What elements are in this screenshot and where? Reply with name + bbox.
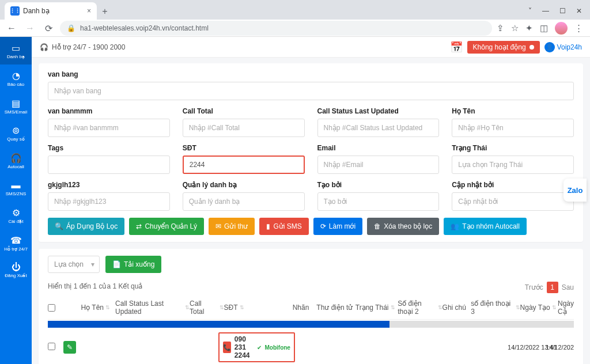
table-controls: Lựa chọn 📄Tải xuống bbox=[48, 256, 574, 273]
gkj-input[interactable] bbox=[48, 192, 170, 211]
zalo-float-button[interactable]: Zalo bbox=[563, 179, 587, 202]
sort-icon[interactable]: ⇅ bbox=[240, 305, 244, 310]
next-page[interactable]: Sau bbox=[562, 283, 574, 291]
edit-row-button[interactable]: ✎ bbox=[63, 341, 76, 354]
send-sms-button[interactable]: ▮Gửi SMS bbox=[259, 218, 308, 235]
ho-ten-input[interactable] bbox=[452, 119, 574, 137]
sdt-label: SĐT bbox=[183, 144, 305, 152]
favicon: ⋮⋮ bbox=[10, 6, 20, 16]
new-tab-button[interactable]: + bbox=[97, 3, 113, 20]
sidebar-item-quayso[interactable]: ⊚ Quay số bbox=[0, 119, 32, 147]
share-icon[interactable]: ⇪ bbox=[497, 23, 504, 33]
reload-icon[interactable]: ⟳ bbox=[41, 23, 55, 34]
transfer-icon: ⇄ bbox=[136, 222, 142, 230]
van-bang-input[interactable] bbox=[48, 82, 574, 100]
results-card: Lựa chọn 📄Tải xuống Hiển thị 1 đến 1 của… bbox=[39, 249, 583, 364]
sidebar-item-smsemail[interactable]: ▤ SMS/Email bbox=[0, 92, 32, 120]
status-badge[interactable]: Không hoạt động bbox=[467, 41, 540, 54]
sidebar-item-baocao[interactable]: ◔ Báo cáo bbox=[0, 65, 32, 92]
prev-page[interactable]: Trước bbox=[525, 283, 543, 291]
sidebar-item-danhba[interactable]: ▭ Danh bạ bbox=[0, 37, 32, 65]
page-number[interactable]: 1 bbox=[547, 282, 558, 293]
url-box[interactable]: 🔒 ha1-webtelesales.voip24h.vn/contact.ht… bbox=[60, 21, 492, 36]
browser-tab[interactable]: ⋮⋮ Danh bạ × bbox=[5, 2, 97, 20]
call-status-input[interactable] bbox=[317, 119, 440, 137]
support-icon: ☎ bbox=[1, 235, 31, 246]
sidebar-item-dangxuat[interactable]: ⏻ Đăng Xuất bbox=[0, 256, 32, 283]
sort-icon[interactable]: ⇅ bbox=[438, 305, 442, 310]
tags-input[interactable] bbox=[48, 156, 170, 174]
gkj-label: gkjglh123 bbox=[48, 181, 170, 189]
sort-icon[interactable]: ⇅ bbox=[105, 305, 110, 310]
sort-icon[interactable]: ⇅ bbox=[516, 305, 520, 310]
taoboi-input[interactable] bbox=[317, 192, 440, 211]
trang-thai-input[interactable] bbox=[452, 156, 574, 174]
results-info-top: Hiển thị 1 đến 1 của 1 Kết quả bbox=[48, 282, 142, 290]
menu-icon[interactable]: ⋮ bbox=[574, 23, 583, 33]
extensions-icon[interactable]: ✦ bbox=[525, 23, 533, 33]
option-select[interactable]: Lựa chọn bbox=[48, 256, 100, 273]
sdt-input[interactable] bbox=[183, 156, 305, 174]
contacts-icon: ▭ bbox=[1, 43, 31, 54]
close-window-icon[interactable]: ✕ bbox=[576, 7, 582, 15]
delete-filter-button[interactable]: 🗑Xóa theo bộ lọc bbox=[367, 218, 439, 235]
check-icon: ✔ bbox=[257, 344, 262, 351]
sort-icon[interactable]: ⇅ bbox=[185, 305, 190, 310]
table-row: ✎ 📞 090 231 2244 ✔ Mobifone bbox=[48, 328, 574, 364]
tab-bar: ⋮⋮ Danh bạ × + ˅ — ☐ ✕ bbox=[0, 0, 590, 20]
star-icon[interactable]: ☆ bbox=[511, 23, 519, 33]
sort-icon[interactable]: ⇅ bbox=[552, 305, 557, 310]
quanly-input[interactable] bbox=[183, 192, 305, 211]
forward-icon[interactable]: → bbox=[23, 23, 37, 33]
button-row: 🔍Áp Dụng Bộ Lọc ⇄Chuyển Quản Lý ✉Gửi thư… bbox=[48, 218, 574, 235]
send-mail-button[interactable]: ✉Gửi thư bbox=[209, 218, 255, 235]
refresh-button[interactable]: ⟳Làm mới bbox=[313, 218, 362, 235]
phone-cell[interactable]: 📞 090 231 2244 ✔ Mobifone bbox=[218, 332, 295, 362]
sidebar-item-caidat[interactable]: ⚙ Cài đặt bbox=[0, 202, 32, 229]
email-input[interactable] bbox=[317, 156, 440, 174]
user-chip[interactable]: 👤 Voip24h bbox=[544, 42, 582, 52]
select-all-checkbox[interactable] bbox=[48, 304, 55, 312]
sidebar-item-hotro[interactable]: ☎ Hỗ trợ 24/7 bbox=[0, 229, 32, 257]
group-icon: 👥 bbox=[451, 222, 459, 230]
back-icon[interactable]: ← bbox=[5, 23, 18, 33]
quanly-label: Quản lý danh bạ bbox=[183, 181, 305, 189]
sort-icon[interactable]: ⇅ bbox=[391, 305, 395, 310]
scroll-thumb[interactable] bbox=[48, 321, 389, 328]
app: ▭ Danh bạ ◔ Báo cáo ▤ SMS/Email ⊚ Quay s… bbox=[0, 37, 590, 364]
minimize-icon[interactable]: — bbox=[542, 7, 549, 15]
ngay-cap-value: 14/12/202 bbox=[546, 344, 574, 351]
sms-icon: ▤ bbox=[1, 98, 31, 109]
pagination-top: Trước 1 Sau bbox=[525, 282, 574, 293]
filter-card: van bang van banmmm Call Total Call Stat… bbox=[39, 63, 583, 242]
change-manager-button[interactable]: ⇄Chuyển Quản Lý bbox=[129, 218, 204, 235]
call-total-input[interactable] bbox=[183, 119, 305, 137]
sort-icon[interactable]: ⇅ bbox=[220, 305, 224, 310]
chevron-down-icon[interactable]: ˅ bbox=[528, 7, 532, 15]
row-checkbox[interactable] bbox=[48, 343, 55, 350]
phone-number: 090 231 2244 bbox=[235, 335, 254, 359]
capnhat-input[interactable] bbox=[452, 192, 574, 211]
url-text: ha1-webtelesales.voip24h.vn/contact.html bbox=[80, 24, 209, 32]
email-label: Email bbox=[317, 144, 440, 152]
status-dot-icon bbox=[530, 45, 534, 50]
van-bang-label: van bang bbox=[48, 70, 574, 78]
close-tab-icon[interactable]: × bbox=[87, 7, 91, 15]
calendar-icon[interactable]: 📅 bbox=[450, 41, 463, 54]
panel-icon[interactable]: ◫ bbox=[540, 23, 548, 33]
lock-icon: 🔒 bbox=[67, 24, 75, 32]
download-button[interactable]: 📄Tải xuống bbox=[105, 256, 161, 273]
sidebar-item-smszns[interactable]: ▬ SMS/ZNS bbox=[0, 175, 32, 202]
van-banmmm-input[interactable] bbox=[48, 119, 170, 137]
mail-icon: ✉ bbox=[215, 222, 221, 230]
profile-avatar[interactable] bbox=[555, 22, 568, 35]
dial-icon: ⊚ bbox=[1, 125, 31, 136]
trang-thai-label: Trạng Thái bbox=[452, 144, 574, 152]
capnhat-label: Cập nhật bởi bbox=[452, 181, 574, 189]
maximize-icon[interactable]: ☐ bbox=[559, 7, 566, 15]
apply-filter-button[interactable]: 🔍Áp Dụng Bộ Lọc bbox=[48, 218, 124, 235]
create-autocall-button[interactable]: 👥Tạo nhóm Autocall bbox=[444, 218, 527, 235]
autocall-icon: 🎧 bbox=[1, 153, 31, 164]
sidebar-item-autocall[interactable]: 🎧 Autocall bbox=[0, 147, 32, 175]
scroll-bar[interactable] bbox=[48, 321, 574, 328]
